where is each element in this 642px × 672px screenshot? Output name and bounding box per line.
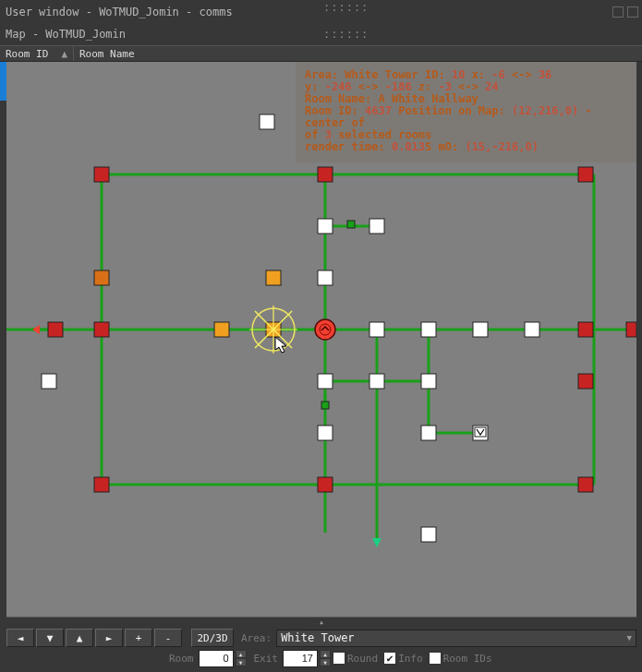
svg-rect-27	[369, 374, 384, 389]
svg-rect-44	[94, 477, 109, 492]
svg-rect-41	[578, 322, 593, 337]
header-room-id[interactable]: Room ID ▲	[0, 46, 74, 61]
room-size-label: Room	[164, 653, 197, 665]
svg-rect-23	[421, 322, 436, 337]
map-titlebar: Map - WoTMUD_Jomin ::::::	[0, 23, 642, 45]
svg-rect-20	[369, 219, 384, 234]
close-icon[interactable]	[627, 6, 638, 18]
checkbox-icon	[333, 652, 345, 665]
pan-west-button[interactable]: ◄	[6, 629, 34, 647]
svg-rect-42	[626, 322, 636, 337]
svg-rect-18	[42, 374, 56, 389]
spinner-up-icon[interactable]: ▲	[320, 650, 331, 658]
map-title: Map - WoTMUD_Jomin	[6, 28, 126, 41]
area-select-value: White Tower	[281, 631, 354, 644]
header-room-name[interactable]: Room Name	[74, 46, 642, 61]
svg-rect-17	[260, 114, 274, 129]
svg-rect-30	[421, 426, 436, 440]
svg-rect-45	[318, 477, 333, 492]
svg-rect-26	[318, 374, 333, 389]
svg-marker-15	[32, 325, 40, 334]
pan-up-button[interactable]: ▲	[66, 629, 93, 647]
pan-down-button[interactable]: ▼	[36, 629, 64, 647]
svg-point-56	[315, 319, 335, 340]
roomids-checkbox[interactable]: Room IDs	[429, 652, 492, 665]
map-info-panel: Area: White Tower ID: 10 x: -6 <-> 36 y:…	[296, 62, 636, 162]
exit-spinner[interactable]: ▲ ▼	[320, 650, 331, 667]
zoom-in-button[interactable]: +	[125, 629, 152, 647]
map-toolbar: ◄ ▼ ▲ ► + - 2D/3D Area: White Tower ▼ Ro…	[6, 628, 636, 668]
svg-rect-29	[318, 426, 333, 440]
svg-rect-49	[214, 322, 229, 337]
checkbox-icon	[429, 652, 442, 665]
sort-asc-icon: ▲	[61, 48, 67, 60]
info-checkbox[interactable]: ✔Info	[383, 652, 423, 665]
svg-rect-46	[578, 477, 593, 492]
user-window-titlebar: User window - WoTMUD_Jomin - comms :::::…	[0, 0, 642, 23]
area-label: Area:	[236, 632, 274, 644]
svg-rect-39	[48, 322, 63, 337]
svg-marker-16	[372, 538, 382, 547]
svg-rect-36	[94, 167, 109, 182]
pan-east-button[interactable]: ►	[95, 629, 123, 647]
user-window-title: User window - WoTMUD_Jomin - comms	[6, 6, 233, 18]
restore-icon[interactable]	[612, 6, 624, 18]
svg-rect-48	[266, 270, 281, 285]
svg-rect-43	[578, 374, 593, 389]
svg-rect-32	[421, 527, 436, 542]
resize-handle[interactable]: ▴	[6, 617, 636, 625]
svg-rect-33	[347, 221, 355, 228]
svg-rect-34	[321, 402, 329, 409]
exit-size-label: Exit	[248, 653, 282, 665]
room-size-input[interactable]	[199, 650, 234, 667]
room-spinner[interactable]: ▲ ▼	[236, 650, 247, 667]
svg-rect-21	[318, 270, 333, 285]
zoom-out-button[interactable]: -	[154, 629, 182, 647]
spinner-down-icon[interactable]: ▼	[320, 658, 331, 666]
drag-grip-icon[interactable]: ::::::	[323, 1, 369, 14]
exit-size-input[interactable]	[283, 650, 318, 667]
room-list-header: Room ID ▲ Room Name	[0, 45, 642, 62]
header-room-id-label: Room ID	[6, 48, 48, 60]
map-canvas[interactable]: Area: White Tower ID: 10 x: -6 <-> 36 y:…	[6, 62, 636, 618]
svg-rect-28	[421, 374, 436, 389]
chevron-down-icon: ▼	[627, 633, 632, 642]
svg-rect-47	[94, 270, 109, 285]
svg-rect-24	[473, 322, 488, 337]
spinner-up-icon[interactable]: ▲	[236, 650, 247, 658]
area-select[interactable]: White Tower ▼	[276, 630, 636, 647]
svg-rect-40	[94, 322, 109, 337]
svg-rect-22	[369, 322, 384, 337]
checkbox-icon: ✔	[383, 652, 396, 665]
spinner-down-icon[interactable]: ▼	[236, 658, 247, 666]
round-checkbox[interactable]: Round	[333, 652, 378, 665]
drag-grip-icon[interactable]: ::::::	[323, 28, 369, 41]
svg-rect-37	[318, 167, 333, 182]
svg-rect-19	[318, 219, 333, 234]
toggle-3d-button[interactable]: 2D/3D	[191, 629, 234, 647]
svg-rect-25	[525, 322, 539, 337]
svg-rect-38	[578, 167, 593, 182]
